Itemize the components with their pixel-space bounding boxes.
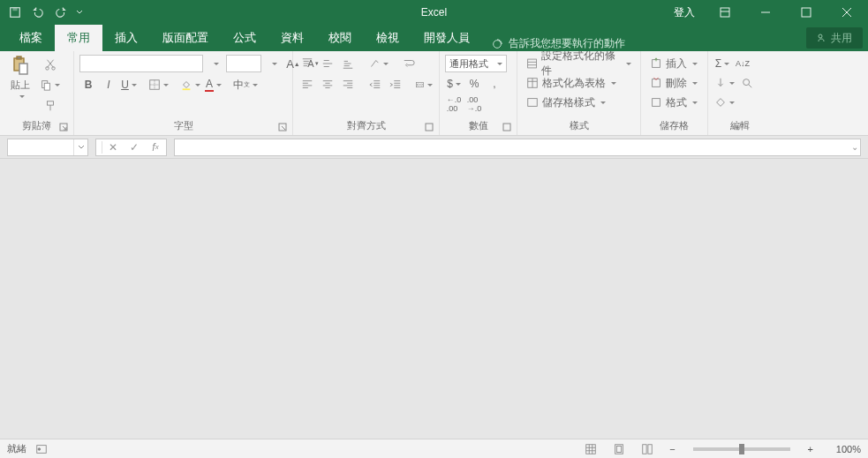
delete-cells[interactable]: 刪除 xyxy=(646,74,702,92)
align-middle[interactable] xyxy=(319,55,336,72)
align-center[interactable] xyxy=(319,76,336,94)
page-layout-view-button[interactable] xyxy=(609,441,629,457)
svg-rect-26 xyxy=(653,99,660,107)
cut-button[interactable] xyxy=(39,56,61,73)
tab-formulas[interactable]: 公式 xyxy=(221,25,268,51)
undo-button[interactable] xyxy=(28,3,48,22)
svg-point-29 xyxy=(38,447,41,450)
cell-styles[interactable]: 儲存格樣式 xyxy=(523,94,635,111)
align-top[interactable] xyxy=(298,55,316,72)
tab-developer[interactable]: 開發人員 xyxy=(411,25,482,51)
svg-point-27 xyxy=(743,79,750,86)
svg-rect-1 xyxy=(12,8,17,11)
alignment-launcher[interactable] xyxy=(425,123,435,133)
paste-button[interactable]: 貼上 xyxy=(5,55,35,101)
autosum-button[interactable]: Σ xyxy=(713,55,731,72)
group-font: A▲ A▼ B I U A 中文 字型 xyxy=(74,51,293,135)
copy-button[interactable] xyxy=(39,76,61,94)
accounting-format[interactable]: $ xyxy=(445,75,463,93)
font-size-combo[interactable] xyxy=(226,55,261,72)
svg-rect-13 xyxy=(47,101,53,105)
normal-view-button[interactable] xyxy=(581,441,600,457)
group-editing: Σ A↓Z 編輯 xyxy=(708,51,772,135)
group-number: 通用格式 $ % , ←.0.00 .00→.0 數值 xyxy=(440,51,517,135)
name-box[interactable] xyxy=(7,139,88,156)
orientation-button[interactable] xyxy=(367,55,389,72)
zoom-slider[interactable] xyxy=(693,447,790,451)
cancel-formula-button[interactable]: ✕ xyxy=(102,139,124,155)
font-color-button[interactable]: A xyxy=(204,76,223,94)
ribbon-display-options[interactable] xyxy=(707,0,743,25)
status-bar: 就緒 − + 100% xyxy=(0,439,868,458)
borders-button[interactable] xyxy=(147,76,170,94)
sign-in-button[interactable]: 登入 xyxy=(667,5,702,20)
page-break-view-button[interactable] xyxy=(638,441,657,457)
align-right[interactable] xyxy=(339,76,357,94)
svg-rect-30 xyxy=(586,444,596,454)
merge-center-button[interactable] xyxy=(414,76,434,94)
fill-color-button[interactable] xyxy=(179,76,201,94)
align-bottom[interactable] xyxy=(339,55,357,72)
clear-button[interactable] xyxy=(713,94,736,111)
insert-function-button[interactable]: fx xyxy=(145,139,166,155)
tab-home[interactable]: 常用 xyxy=(55,25,102,51)
increase-decimal[interactable]: ←.0.00 xyxy=(445,95,463,113)
increase-indent[interactable] xyxy=(387,76,404,94)
worksheet-area[interactable] xyxy=(0,159,868,439)
save-button[interactable] xyxy=(5,3,25,22)
decrease-decimal[interactable]: .00→.0 xyxy=(465,95,483,113)
comma-format[interactable]: , xyxy=(486,75,503,93)
expand-formula-bar[interactable]: ⌄ xyxy=(851,142,858,152)
tab-view[interactable]: 檢視 xyxy=(364,25,411,51)
font-name-combo[interactable] xyxy=(79,55,203,72)
svg-rect-3 xyxy=(802,8,811,17)
wrap-text-button[interactable] xyxy=(400,55,418,72)
formula-input[interactable]: ⌄ xyxy=(174,139,861,156)
percent-format[interactable]: % xyxy=(465,75,483,93)
phonetic-button[interactable]: 中文 xyxy=(232,76,259,94)
zoom-out-button[interactable]: − xyxy=(666,444,678,454)
fill-button[interactable] xyxy=(713,74,736,92)
conditional-formatting[interactable]: 設定格式化的條件 xyxy=(523,55,635,72)
zoom-level[interactable]: 100% xyxy=(826,444,861,454)
minimize-button[interactable] xyxy=(748,0,783,25)
share-button[interactable]: 共用 xyxy=(806,27,863,49)
svg-point-5 xyxy=(819,34,822,38)
sort-filter-button[interactable]: A↓Z xyxy=(734,55,751,72)
enter-formula-button[interactable]: ✓ xyxy=(124,139,145,155)
tab-file[interactable]: 檔案 xyxy=(7,25,55,51)
group-alignment: 對齊方式 xyxy=(293,51,440,135)
clipboard-launcher[interactable] xyxy=(59,123,70,133)
svg-rect-34 xyxy=(648,444,652,454)
format-painter-button[interactable] xyxy=(39,97,61,115)
bold-button[interactable]: B xyxy=(79,76,97,94)
qat-customize[interactable] xyxy=(74,3,85,22)
underline-button[interactable]: U xyxy=(120,76,138,94)
tab-page-layout[interactable]: 版面配置 xyxy=(150,25,221,51)
find-select-button[interactable] xyxy=(738,74,756,92)
tab-insert[interactable]: 插入 xyxy=(102,25,150,51)
title-bar: Excel 登入 xyxy=(0,0,868,25)
tell-me-search[interactable]: 告訴我您想要執行的動作 xyxy=(482,36,634,51)
format-as-table[interactable]: 格式化為表格 xyxy=(523,74,635,92)
tab-review[interactable]: 校閱 xyxy=(316,25,364,51)
group-cells: 插入 刪除 格式 儲存格 xyxy=(641,51,708,135)
redo-button[interactable] xyxy=(51,3,71,22)
decrease-indent[interactable] xyxy=(366,76,384,94)
italic-button[interactable]: I xyxy=(100,76,117,94)
tab-data[interactable]: 資料 xyxy=(268,25,316,51)
number-format-combo[interactable]: 通用格式 xyxy=(445,55,507,72)
align-left[interactable] xyxy=(298,76,316,94)
zoom-in-button[interactable]: + xyxy=(804,444,817,454)
svg-rect-19 xyxy=(426,124,433,131)
svg-point-4 xyxy=(494,40,502,48)
insert-cells[interactable]: 插入 xyxy=(646,55,702,72)
format-cells[interactable]: 格式 xyxy=(646,94,702,111)
number-launcher[interactable] xyxy=(502,123,513,133)
macro-record-icon[interactable] xyxy=(35,443,48,455)
close-button[interactable] xyxy=(829,0,864,25)
maximize-button[interactable] xyxy=(789,0,824,25)
tell-me-label: 告訴我您想要執行的動作 xyxy=(509,36,625,51)
font-launcher[interactable] xyxy=(278,123,289,133)
ribbon: 貼上 剪貼簿 A▲ A▼ B I U xyxy=(0,51,868,136)
